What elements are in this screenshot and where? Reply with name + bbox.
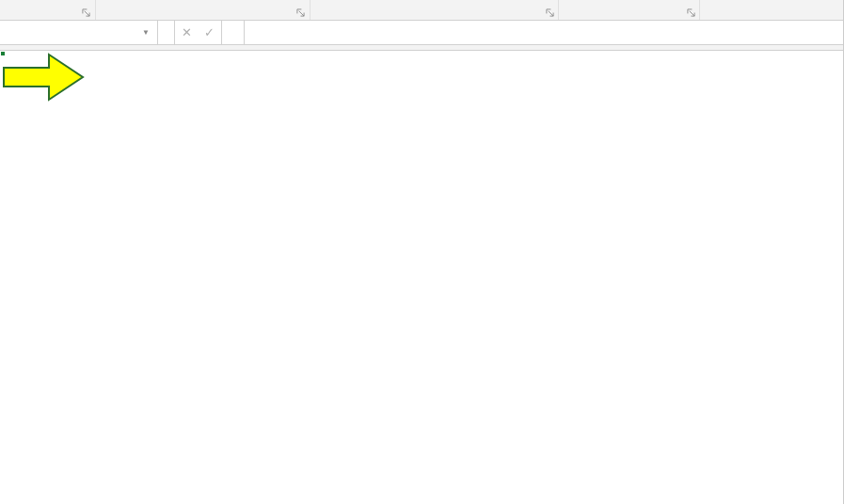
ribbon-group-styles	[700, 0, 843, 20]
dialog-launcher-icon[interactable]	[295, 7, 307, 18]
ribbon-group-alignment	[311, 0, 560, 20]
formula-bar-buttons: ✕ ✓	[175, 21, 222, 44]
formula-bar: ▼ ✕ ✓	[0, 21, 843, 45]
formula-input[interactable]	[245, 21, 843, 44]
ribbon-group-number	[559, 0, 700, 20]
fx-icon[interactable]	[222, 21, 245, 44]
ribbon-group-font	[96, 0, 311, 20]
chevron-down-icon[interactable]: ▼	[138, 28, 153, 37]
dialog-launcher-icon[interactable]	[685, 7, 696, 18]
ribbon-group-clipboard	[0, 0, 96, 20]
transform-arrow-icon	[0, 51, 87, 103]
ribbon-group-strip	[0, 0, 843, 21]
dialog-launcher-icon[interactable]	[544, 7, 555, 18]
name-box[interactable]: ▼	[0, 21, 158, 44]
svg-marker-0	[4, 55, 83, 100]
cancel-formula-button[interactable]: ✕	[175, 21, 199, 44]
enter-formula-button[interactable]: ✓	[199, 21, 222, 44]
dialog-launcher-icon[interactable]	[81, 7, 92, 18]
